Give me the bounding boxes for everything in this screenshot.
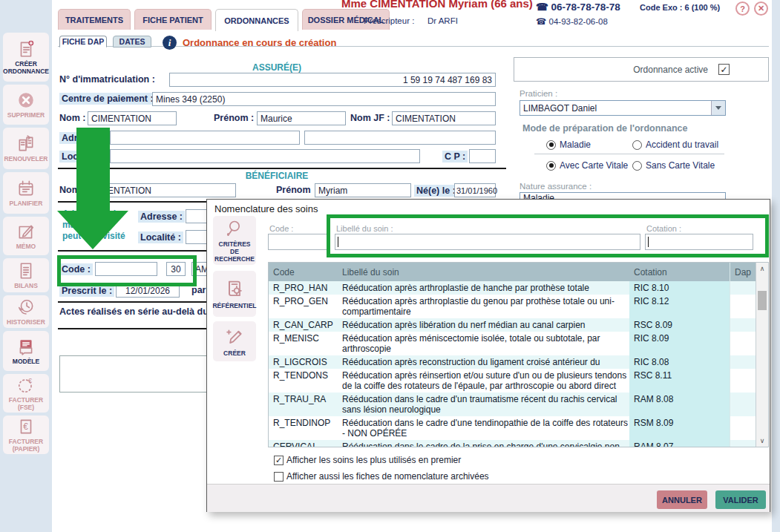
quantity-field[interactable]: 30	[166, 262, 186, 276]
col-header-dap[interactable]: Dap	[730, 263, 756, 281]
help-icon: ?	[740, 4, 745, 13]
checkbox-fiches-archivees[interactable]: Afficher aussi les fiches de nomenclatur…	[274, 471, 489, 482]
nomenclature-table: Code Libellé du soin Cotation Dap R_PRO_…	[268, 262, 769, 447]
code-label: Code :	[59, 263, 93, 275]
patient-phone-primary: ☎ 06-78-78-78-78	[536, 1, 620, 13]
phone-icon: ☎	[536, 1, 548, 13]
centre-paiement-field[interactable]: Mines 349 (2250)	[152, 92, 496, 106]
tab-traitements[interactable]: TRAITEMENTS	[58, 9, 131, 30]
assure-adresse-field-1[interactable]	[110, 131, 300, 145]
assure-localite-label: Localité :	[59, 151, 105, 162]
assure-prenom-label: Prénom :	[214, 113, 254, 123]
nature-assurance-dropdown[interactable]: Maladie	[520, 192, 726, 199]
application-window: CRÉER ORDONNANCE SUPPRIMER RENOUVELER PL…	[0, 0, 780, 532]
ne-le-field[interactable]: 31/01/1960	[454, 183, 496, 197]
help-button[interactable]: ?	[735, 1, 750, 16]
modal-nav-criteres-recherche[interactable]: CRITÈRES DE RECHERCHE	[213, 216, 256, 265]
nom-jf-field[interactable]: CIMENTATION	[392, 111, 496, 125]
modal-cotation-input[interactable]	[645, 234, 753, 250]
assure-nom-field[interactable]: CIMENTATION	[88, 111, 177, 125]
checkbox-soins-utilises[interactable]: ✓ Afficher les soins les plus utilisés e…	[274, 455, 461, 465]
assure-prenom-field[interactable]: Maurice	[257, 111, 346, 125]
table-row[interactable]: R_TENDINOPRééducation dans le cadre d'un…	[269, 416, 756, 440]
modal-code-input[interactable]	[268, 234, 327, 250]
actes-label: Actes réalisés en série au-delà du s	[59, 306, 216, 317]
x-circle-icon	[16, 91, 36, 110]
phone-icon: ☎	[536, 17, 546, 26]
modal-nav-creer[interactable]: CRÉER	[213, 321, 256, 361]
section-title-beneficiaire: BÉNÉFICIAIRE	[58, 171, 496, 181]
mode-preparation-title: Mode de préparation de l'ordonnance	[522, 123, 687, 134]
sidebar-item-modele[interactable]: MODÈLE	[3, 331, 49, 371]
table-row[interactable]: R_MENISCRééducation après méniscectomie …	[269, 332, 756, 355]
sidebar-item-facturer-papier[interactable]: € FACTURER (PAPIER)	[3, 416, 49, 454]
col-header-cotation[interactable]: Cotation	[629, 263, 730, 281]
ordonnance-active-row: Ordonnance active ✓	[514, 57, 769, 82]
prescrit-le-field[interactable]: 12/01/2026	[116, 283, 180, 298]
tab-ordonnances[interactable]: ORDONNANCES	[215, 9, 298, 31]
assure-adresse-label: Adresse :	[59, 132, 106, 144]
subtab-dates[interactable]: DATES	[113, 36, 151, 47]
pencil-plus-icon	[224, 326, 245, 347]
assure-adresse-field-2[interactable]	[304, 131, 496, 145]
text-cursor	[338, 237, 338, 247]
modal-nav-referentiel[interactable]: RÉFÉRENTIEL	[213, 271, 256, 317]
code-exo: Code Exo : 6 (100 %)	[640, 3, 720, 12]
assure-localite-field[interactable]	[110, 149, 420, 163]
cp-label: C P :	[442, 151, 468, 162]
visit-note: Adresse où lemaladepeut être visité	[62, 208, 125, 242]
checkbox-box	[274, 472, 284, 482]
table-row[interactable]: R_TENDONSRééducation après réinsertion e…	[269, 369, 756, 393]
svg-text:€: €	[23, 421, 28, 432]
table-row[interactable]: CERVICALRééducation dans le cadre de la …	[269, 440, 756, 447]
col-header-code[interactable]: Code	[269, 263, 338, 281]
section-divider	[58, 168, 506, 169]
cp-field[interactable]	[469, 149, 496, 163]
prescrit-le-label: Prescrit le :	[59, 285, 114, 297]
sidebar-item-renouveler[interactable]: RENOUVELER	[3, 128, 49, 169]
table-scrollbar[interactable]: ∧ ∨	[756, 263, 768, 447]
immatriculation-field[interactable]: 1 59 19 74 487 169 83	[169, 73, 496, 87]
document-plus-icon	[16, 39, 36, 59]
search-icon	[224, 218, 245, 238]
tab-fiche-patient[interactable]: FICHE PATIENT	[134, 9, 212, 30]
table-row[interactable]: R_CAN_CARPRééducation après libération d…	[269, 318, 756, 332]
radio-sans-carte-vitale[interactable]: Sans Carte Vitale	[632, 160, 715, 171]
close-button[interactable]: ✕	[754, 1, 768, 16]
ordonnance-active-label: Ordonnance active	[633, 65, 708, 75]
immatriculation-label: N° d'immatriculation :	[59, 74, 155, 85]
cancel-button[interactable]: ANNULER	[657, 490, 707, 509]
table-row[interactable]: R_LIGCROISRééducation après reconstructi…	[269, 355, 756, 369]
nature-assurance-label: Nature assurance :	[520, 182, 591, 191]
sidebar-item-planifier[interactable]: PLANIFIER	[3, 172, 49, 214]
code-field[interactable]	[95, 262, 157, 276]
benef-nom-label: Nom :	[59, 185, 85, 195]
sidebar-item-creer-ordonnance[interactable]: CRÉER ORDONNANCE	[3, 33, 49, 82]
scroll-down-icon[interactable]: ∨	[756, 435, 768, 447]
modal-libelle-input[interactable]	[335, 234, 640, 250]
benef-prenom-field[interactable]: Myriam	[315, 183, 411, 197]
sidebar-item-facturer-fse[interactable]: € FACTURER (FSE)	[3, 374, 49, 413]
section-title-assure: ASSURÉ(E)	[58, 62, 496, 73]
sidebar-item-supprimer[interactable]: SUPPRIMER	[3, 85, 49, 125]
sidebar-item-memo[interactable]: MÉMO	[3, 217, 49, 255]
subtab-fiche-dap[interactable]: FICHE DAP	[59, 36, 107, 47]
assure-nom-label: Nom :	[59, 113, 85, 123]
radio-accident-travail[interactable]: Accident du travail	[632, 139, 718, 150]
ordonnance-active-checkbox[interactable]: ✓	[718, 64, 730, 75]
praticien-dropdown[interactable]: LIMBAGOT Daniel	[520, 100, 726, 116]
sidebar-item-historiser[interactable]: HISTORISER	[3, 295, 49, 328]
table-row[interactable]: R_TRAU_RARééducation dans le cadre d'un …	[269, 393, 756, 416]
table-row[interactable]: R_PRO_GENRééducation après arthroplastie…	[269, 295, 756, 318]
radio-maladie[interactable]: Maladie	[546, 139, 591, 150]
col-header-libelle[interactable]: Libellé du soin	[338, 263, 629, 281]
sidebar-item-bilans[interactable]: BILANS	[3, 258, 49, 292]
validate-button[interactable]: VALIDER	[715, 490, 766, 509]
benef-nom-field[interactable]: CIMENTATION	[88, 183, 236, 197]
table-row[interactable]: R_PRO_HANRééducation après arthroplastie…	[269, 281, 756, 295]
chevron-down-icon[interactable]	[711, 101, 725, 115]
table-header-row: Code Libellé du soin Cotation Dap	[269, 263, 768, 281]
scrollbar-thumb[interactable]	[758, 291, 767, 310]
scroll-up-icon[interactable]: ∧	[756, 263, 768, 275]
radio-avec-carte-vitale[interactable]: Avec Carte Vitale	[546, 160, 628, 171]
